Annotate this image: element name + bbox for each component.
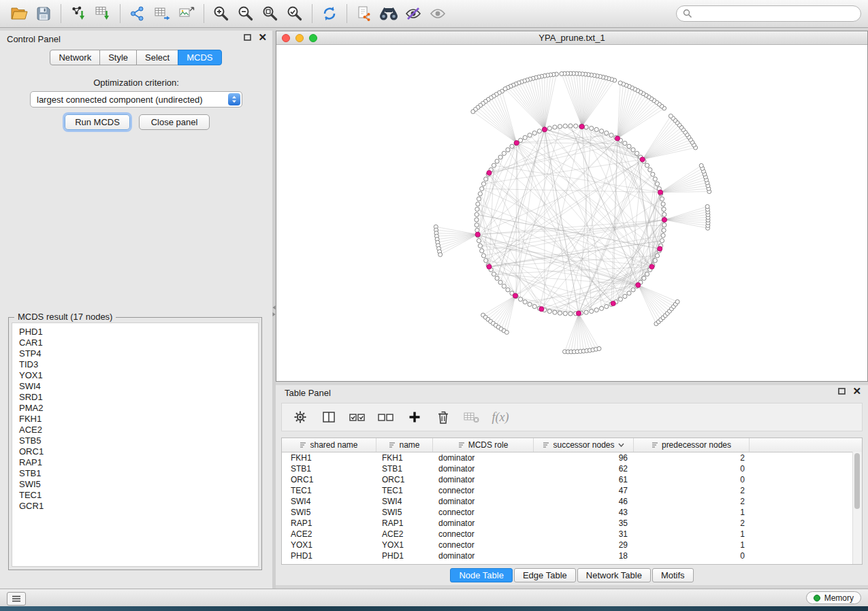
table-row[interactable]: RAP1RAP1dominator352 xyxy=(282,518,862,529)
plus-icon xyxy=(408,410,421,424)
refresh-button[interactable] xyxy=(317,2,342,25)
tab-select[interactable]: Select xyxy=(136,50,178,65)
column-header-mcds-role[interactable]: MCDS role xyxy=(433,438,534,452)
table-row[interactable]: YOX1YOX1connector291 xyxy=(282,540,862,550)
mcds-result-item[interactable]: SWI4 xyxy=(12,381,258,392)
table-row[interactable]: ACE2ACE2connector311 xyxy=(282,529,862,540)
close-panel-icon[interactable]: ✕ xyxy=(258,33,267,42)
tab-node-table[interactable]: Node Table xyxy=(450,568,513,582)
table-cell: ORC1 xyxy=(376,474,433,485)
mcds-result-item[interactable]: YOX1 xyxy=(12,370,258,381)
mcds-result-item[interactable]: STB5 xyxy=(12,435,258,446)
mcds-result-list[interactable]: PHD1CAR1STP4TID3YOX1SWI4SRD1PMA2FKH1ACE2… xyxy=(12,323,259,567)
zoom-selected-icon xyxy=(286,5,304,22)
table-settings-button[interactable] xyxy=(291,408,309,427)
network-window-titlebar[interactable]: YPA_prune.txt_1 xyxy=(276,31,867,45)
close-panel-button[interactable]: Close panel xyxy=(139,114,210,130)
tab-style[interactable]: Style xyxy=(99,50,137,65)
desktop-background xyxy=(0,606,868,611)
criterion-dropdown[interactable]: largest connected component (undirected) xyxy=(30,91,242,108)
mcds-result-item[interactable]: TEC1 xyxy=(12,490,258,501)
sort-icon xyxy=(543,442,549,448)
hide-selected-button[interactable] xyxy=(401,2,425,25)
mcds-result-item[interactable]: PHD1 xyxy=(12,327,258,337)
table-cell: 29 xyxy=(534,540,634,550)
mcds-result-item[interactable]: SWI5 xyxy=(12,479,258,490)
export-image-button[interactable] xyxy=(174,2,199,25)
window-close-icon[interactable] xyxy=(282,34,290,42)
import-network-button[interactable] xyxy=(66,2,91,25)
column-header-successor-nodes[interactable]: successor nodes xyxy=(534,438,634,452)
tab-motifs[interactable]: Motifs xyxy=(652,568,694,582)
mcds-result-item[interactable]: FKH1 xyxy=(12,414,258,425)
table-row[interactable]: STB1STB1dominator620 xyxy=(282,463,862,474)
table-cell: 47 xyxy=(534,485,634,496)
memory-button[interactable]: Memory xyxy=(806,591,861,604)
deselect-all-columns-button[interactable] xyxy=(377,408,395,427)
window-minimize-icon[interactable] xyxy=(295,34,304,42)
tab-edge-table[interactable]: Edge Table xyxy=(514,568,576,582)
zoom-selected-button[interactable] xyxy=(283,2,307,25)
control-panel: Control Panel ✕ Network Style Select MCD… xyxy=(0,31,272,589)
network-canvas-svg[interactable] xyxy=(276,44,867,381)
select-all-columns-button[interactable] xyxy=(349,408,366,427)
table-cell: SWI5 xyxy=(282,507,376,518)
window-maximize-icon[interactable] xyxy=(309,34,317,42)
create-column-button[interactable] xyxy=(406,408,423,427)
table-scrollbar[interactable] xyxy=(852,452,862,564)
export-table-button[interactable] xyxy=(150,2,174,25)
table-cell: PHD1 xyxy=(282,550,376,561)
tab-network[interactable]: Network xyxy=(50,50,100,65)
run-mcds-button[interactable]: Run MCDS xyxy=(65,114,130,130)
table-cell: 96 xyxy=(534,452,634,463)
table-row[interactable]: SWI4SWI4dominator462 xyxy=(282,496,862,507)
zoom-in-button[interactable] xyxy=(209,2,234,25)
table-row[interactable]: TEC1TEC1connector472 xyxy=(282,485,862,496)
mcds-result-item[interactable]: CAR1 xyxy=(12,337,258,348)
show-all-button[interactable] xyxy=(425,2,450,25)
destroy-table-button[interactable] xyxy=(463,408,481,427)
float-window-icon[interactable] xyxy=(838,388,846,395)
table-row[interactable]: FKH1FKH1dominator962 xyxy=(282,452,862,463)
zoom-out-button[interactable] xyxy=(234,2,258,25)
network-canvas[interactable] xyxy=(276,44,867,381)
table-cell: SWI4 xyxy=(282,496,376,507)
table-row[interactable]: ORC1ORC1dominator610 xyxy=(282,474,862,485)
save-session-button[interactable] xyxy=(31,2,56,25)
column-header-predecessor-nodes[interactable]: predecessor nodes xyxy=(634,438,750,452)
tab-network-table[interactable]: Network Table xyxy=(577,568,651,582)
close-panel-icon[interactable]: ✕ xyxy=(852,387,861,395)
columns-icon xyxy=(321,410,336,425)
mcds-result-item[interactable]: ACE2 xyxy=(12,425,258,435)
table-row[interactable]: PHD1PHD1dominator180 xyxy=(282,550,862,561)
float-window-icon[interactable] xyxy=(244,34,251,41)
mcds-result-item[interactable]: SRD1 xyxy=(12,392,258,403)
scrollbar-thumb[interactable] xyxy=(854,453,860,509)
function-builder-button[interactable]: f(x) xyxy=(492,408,509,427)
mcds-result-item[interactable]: STP4 xyxy=(12,348,258,359)
mcds-result-item[interactable]: TID3 xyxy=(12,359,258,370)
mcds-result-title: MCDS result (17 nodes) xyxy=(14,312,116,322)
delete-column-button[interactable] xyxy=(434,408,452,427)
column-header-name[interactable]: name xyxy=(376,438,433,452)
show-columns-button[interactable] xyxy=(320,408,338,427)
mcds-result-item[interactable]: RAP1 xyxy=(12,457,258,468)
zoom-fit-button[interactable] xyxy=(258,2,283,25)
import-table-button[interactable] xyxy=(91,2,115,25)
search-box[interactable] xyxy=(676,5,861,22)
open-session-button[interactable] xyxy=(7,2,31,25)
find-button[interactable] xyxy=(376,2,401,25)
tab-mcds[interactable]: MCDS xyxy=(178,50,221,65)
node-table-header: shared name name MCDS role successor nod… xyxy=(282,438,862,452)
mcds-result-item[interactable]: ORC1 xyxy=(12,446,258,457)
share-document-button[interactable] xyxy=(352,2,376,25)
mcds-result-item[interactable]: STB1 xyxy=(12,468,258,479)
export-network-button[interactable] xyxy=(125,2,150,25)
mcds-result-item[interactable]: PMA2 xyxy=(12,403,258,414)
column-header-shared-name[interactable]: shared name xyxy=(282,438,376,452)
mcds-result-item[interactable]: GCR1 xyxy=(12,501,258,512)
table-row[interactable]: SWI5SWI5connector431 xyxy=(282,507,862,518)
status-menu-button[interactable] xyxy=(7,592,26,606)
search-input[interactable] xyxy=(696,8,854,19)
toolbar-separator xyxy=(312,4,312,23)
